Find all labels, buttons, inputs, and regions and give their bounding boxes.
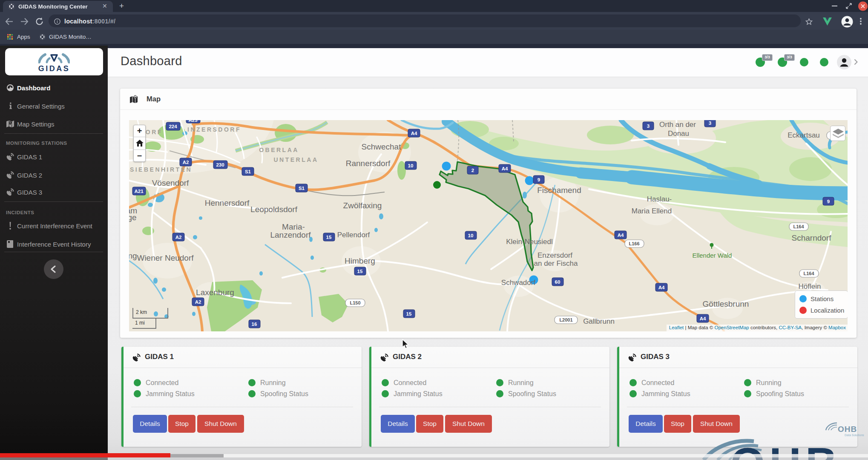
svg-text:Vösendorf: Vösendorf xyxy=(152,178,189,187)
svg-text:16: 16 xyxy=(252,322,257,327)
svg-text:S1: S1 xyxy=(299,186,305,191)
svg-text:A21: A21 xyxy=(134,189,144,194)
svg-text:3: 3 xyxy=(647,124,650,129)
svg-text:Leopoldsdorf: Leopoldsdorf xyxy=(250,205,298,214)
svg-text:Donau: Donau xyxy=(668,129,689,138)
svg-text:15: 15 xyxy=(326,235,332,240)
svg-text:Schwadorf: Schwadorf xyxy=(501,279,536,287)
svg-text:Enzersdorf: Enzersdorf xyxy=(537,251,572,259)
svg-text:OBERLAA: OBERLAA xyxy=(259,147,299,153)
svg-text:Hennersdorf: Hennersdorf xyxy=(205,198,250,207)
svg-text:Pellendorf: Pellendorf xyxy=(337,231,370,239)
svg-text:3: 3 xyxy=(709,121,711,126)
svg-text:UNTERLAA: UNTERLAA xyxy=(274,156,319,163)
svg-text:A4: A4 xyxy=(618,233,624,238)
svg-text:Rannersdorf: Rannersdorf xyxy=(346,159,391,168)
svg-text:224: 224 xyxy=(169,124,177,129)
svg-text:Fischamend: Fischamend xyxy=(537,186,581,195)
svg-text:60: 60 xyxy=(555,279,560,285)
svg-text:A4: A4 xyxy=(700,316,706,321)
svg-text:Orth an der: Orth an der xyxy=(659,121,696,129)
svg-text:Zwölfaxing: Zwölfaxing xyxy=(343,201,382,210)
svg-text:A2: A2 xyxy=(175,235,182,240)
svg-text:A23: A23 xyxy=(188,120,197,123)
svg-text:L2001: L2001 xyxy=(559,317,572,322)
svg-text:9: 9 xyxy=(827,199,830,204)
svg-text:15: 15 xyxy=(357,269,363,274)
svg-text:an der Fischa: an der Fischa xyxy=(534,259,578,267)
svg-text:2: 2 xyxy=(471,168,474,173)
svg-text:Maria-: Maria- xyxy=(282,222,305,231)
svg-text:230: 230 xyxy=(216,162,224,167)
svg-text:Gallbrunn: Gallbrunn xyxy=(583,317,615,325)
svg-text:INZERSDORF: INZERSDORF xyxy=(187,126,241,133)
svg-text:A4: A4 xyxy=(411,131,417,136)
svg-text:10: 10 xyxy=(468,233,474,238)
svg-text:S1: S1 xyxy=(245,169,251,174)
svg-text:ge: ge xyxy=(129,213,137,222)
svg-text:Himberg: Himberg xyxy=(345,256,375,265)
svg-text:Schwechat: Schwechat xyxy=(362,142,402,151)
svg-text:Höflein: Höflein xyxy=(799,282,821,290)
svg-text:Klein-Neusiedl: Klein-Neusiedl xyxy=(506,238,553,246)
svg-text:Eckartsau: Eckartsau xyxy=(788,131,820,139)
svg-text:10: 10 xyxy=(408,163,414,168)
svg-text:9: 9 xyxy=(537,177,540,182)
svg-text:Laxenburg: Laxenburg xyxy=(196,288,234,297)
svg-text:Scharndorf: Scharndorf xyxy=(792,233,832,242)
svg-text:Wiener Neudorf: Wiener Neudorf xyxy=(137,253,194,262)
svg-text:Ellender Wald: Ellender Wald xyxy=(693,252,732,259)
svg-text:L166: L166 xyxy=(629,241,639,246)
svg-text:Data Solutions: Data Solutions xyxy=(845,434,864,437)
svg-text:Lanzendorf: Lanzendorf xyxy=(270,230,311,239)
svg-text:A4: A4 xyxy=(502,166,508,171)
svg-text:A2: A2 xyxy=(195,299,201,305)
svg-text:Haslau-: Haslau- xyxy=(647,195,672,203)
svg-text:L150: L150 xyxy=(350,300,360,305)
svg-text:L164: L164 xyxy=(793,224,804,229)
svg-text:L164: L164 xyxy=(803,271,814,276)
svg-text:A2: A2 xyxy=(183,160,189,165)
svg-text:ng: ng xyxy=(129,251,137,260)
svg-text:OHB: OHB xyxy=(838,425,857,434)
svg-text:A4: A4 xyxy=(658,285,665,290)
svg-text:SIEBENHIRTEN: SIEBENHIRTEN xyxy=(130,166,192,173)
svg-text:Göttlesbrunn: Göttlesbrunn xyxy=(703,299,749,308)
svg-text:Maria Ellend: Maria Ellend xyxy=(632,207,672,215)
svg-text:15: 15 xyxy=(406,311,412,316)
